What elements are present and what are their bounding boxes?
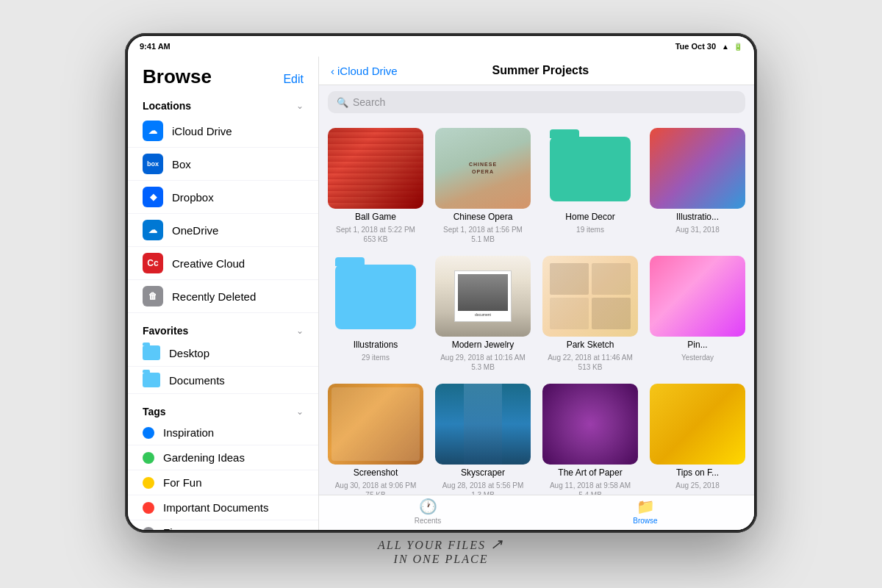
file-item-pink[interactable]: Pin... Yesterday — [650, 256, 745, 372]
illustration-partial-meta: Aug 31, 2018 — [675, 225, 720, 234]
modern-jewelry-meta: Aug 29, 2018 at 10:16 AM5.3 MB — [440, 353, 526, 372]
sidebar-title: Browse — [143, 65, 212, 88]
tablet-screen: 9:41 AM Tue Oct 30 ▲ 🔋 Browse Edit Locat… — [128, 36, 754, 530]
tab-recents[interactable]: 🕐 Recents — [319, 498, 537, 525]
sidebar-item-onedrive[interactable]: ☁ OneDrive — [128, 214, 318, 247]
edit-button[interactable]: Edit — [283, 73, 304, 86]
file-item-modern-jewelry[interactable]: document Modern Jewelry Aug 29, 2018 at … — [435, 256, 531, 372]
nav-bar: ‹ iCloud Drive Summer Projects — [319, 57, 754, 85]
recently-deleted-label: Recently Deleted — [172, 290, 256, 303]
inspiration-label: Inspiration — [163, 426, 214, 439]
important-documents-dot — [143, 502, 154, 514]
tags-title: Tags — [143, 406, 166, 417]
chinese-opera-meta: Sept 1, 2018 at 1:56 PM5.1 MB — [443, 225, 523, 244]
file-item-home-decor[interactable]: Home Decor 19 items — [542, 128, 638, 244]
search-bar[interactable]: 🔍 Search — [328, 91, 745, 113]
sidebar-item-box[interactable]: box Box — [128, 148, 318, 181]
screenshot-meta: Aug 30, 2018 at 9:06 PM75 KB — [335, 481, 417, 495]
status-date: Tue Oct 30 — [675, 42, 716, 51]
screenshot-name: Screenshot — [354, 467, 398, 478]
art-of-paper-thumb — [542, 384, 638, 465]
nav-title: Summer Projects — [406, 64, 675, 77]
dropbox-icon: ◆ — [143, 187, 163, 207]
status-time: 9:41 AM — [140, 42, 675, 51]
sidebar-item-finances[interactable]: Finances — [128, 520, 318, 530]
sidebar-item-desktop[interactable]: Desktop — [128, 340, 318, 367]
sidebar-item-dropbox[interactable]: ◆ Dropbox — [128, 181, 318, 214]
file-item-tips[interactable]: Tips on F... Aug 25, 2018 — [650, 384, 745, 495]
tab-bar: 🕐 Recents 📁 Browse — [319, 495, 754, 530]
file-item-illustrations[interactable]: Illustrations 29 items — [328, 256, 423, 372]
tips-name: Tips on F... — [676, 467, 719, 478]
sidebar-item-icloud-drive[interactable]: ☁ iCloud Drive — [128, 115, 318, 148]
file-item-art-of-paper[interactable]: The Art of Paper Aug 11, 2018 at 9:58 AM… — [542, 384, 638, 495]
file-item-screenshot[interactable]: Screenshot Aug 30, 2018 at 9:06 PM75 KB — [328, 384, 423, 495]
dropbox-label: Dropbox — [172, 191, 214, 204]
sidebar-item-inspiration[interactable]: Inspiration — [128, 420, 318, 445]
documents-label: Documents — [169, 374, 225, 387]
sidebar-item-documents[interactable]: Documents — [128, 367, 318, 394]
status-icons: ▲ 🔋 — [722, 43, 742, 51]
favorites-chevron: ⌄ — [296, 326, 304, 336]
tablet-device: 9:41 AM Tue Oct 30 ▲ 🔋 Browse Edit Locat… — [125, 33, 757, 533]
pink-meta: Yesterday — [681, 353, 714, 362]
for-fun-dot — [143, 477, 154, 489]
documents-folder-icon — [143, 373, 160, 387]
pink-thumb — [650, 256, 745, 337]
tab-browse[interactable]: 📁 Browse — [537, 498, 754, 525]
app-content: Browse Edit Locations ⌄ ☁ iCloud Drive — [128, 57, 754, 530]
caption-line2: IN ONE PLACE — [378, 553, 504, 566]
favorites-section-header: Favorites ⌄ — [128, 319, 318, 340]
caption: ALL YOUR FILES ↗ IN ONE PLACE — [378, 535, 504, 566]
search-placeholder: Search — [353, 96, 385, 108]
desktop-label: Desktop — [169, 347, 209, 359]
park-sketch-name: Park Sketch — [567, 340, 614, 350]
sidebar-item-creative-cloud[interactable]: Cc Creative Cloud — [128, 247, 318, 280]
file-item-park-sketch[interactable]: Park Sketch Aug 22, 2018 at 11:46 AM513 … — [542, 256, 638, 372]
box-label: Box — [172, 158, 191, 171]
back-button[interactable]: ‹ iCloud Drive — [331, 65, 398, 77]
park-sketch-meta: Aug 22, 2018 at 11:46 AM513 KB — [548, 353, 633, 372]
browse-label: Browse — [633, 517, 657, 525]
file-item-ball-game[interactable]: Ball Game Sept 1, 2018 at 5:22 PM653 KB — [328, 128, 423, 244]
ball-game-meta: Sept 1, 2018 at 5:22 PM653 KB — [336, 225, 415, 244]
back-label: iCloud Drive — [337, 65, 398, 77]
recently-deleted-icon: 🗑 — [143, 286, 163, 306]
art-of-paper-name: The Art of Paper — [558, 467, 622, 478]
status-bar: 9:41 AM Tue Oct 30 ▲ 🔋 — [128, 36, 754, 57]
files-grid: Ball Game Sept 1, 2018 at 5:22 PM653 KB … — [319, 119, 754, 495]
back-chevron-icon: ‹ — [331, 65, 334, 77]
home-decor-name: Home Decor — [565, 212, 614, 222]
ball-game-image — [328, 128, 423, 209]
sidebar-header: Browse Edit — [128, 57, 318, 94]
creative-cloud-icon: Cc — [143, 253, 163, 273]
tips-meta: Aug 25, 2018 — [675, 481, 720, 490]
gardening-ideas-dot — [143, 452, 154, 464]
modern-jewelry-thumb: document — [435, 256, 531, 337]
illustration-partial-thumb — [650, 128, 745, 209]
ball-game-name: Ball Game — [355, 212, 396, 222]
caption-line1: ALL YOUR FILES ↗ — [378, 535, 504, 553]
icloud-drive-label: iCloud Drive — [172, 125, 232, 137]
onedrive-icon: ☁ — [143, 220, 163, 240]
sidebar-item-recently-deleted[interactable]: 🗑 Recently Deleted — [128, 280, 318, 313]
sidebar-item-for-fun[interactable]: For Fun — [128, 470, 318, 495]
screenshot-thumb — [328, 384, 423, 465]
chinese-opera-name: Chinese Opera — [453, 212, 513, 222]
file-item-chinese-opera[interactable]: CHINESEOPERA Chinese Opera Sept 1, 2018 … — [435, 128, 531, 244]
onedrive-label: OneDrive — [172, 224, 218, 237]
recents-label: Recents — [415, 517, 442, 525]
creative-cloud-label: Creative Cloud — [172, 257, 245, 270]
sidebar-item-important-documents[interactable]: Important Documents — [128, 495, 318, 520]
park-sketch-thumb — [542, 256, 638, 337]
recents-icon: 🕐 — [419, 498, 437, 515]
illustrations-thumb — [328, 256, 423, 337]
tags-chevron: ⌄ — [296, 406, 304, 417]
locations-title: Locations — [143, 100, 191, 112]
modern-jewelry-image: document — [435, 256, 531, 337]
file-item-skyscraper[interactable]: Skyscraper Aug 28, 2018 at 5:56 PM1.3 MB — [435, 384, 531, 495]
pink-name: Pin... — [687, 340, 707, 350]
file-item-illustration-partial[interactable]: Illustratio... Aug 31, 2018 — [650, 128, 745, 244]
home-decor-thumb — [542, 128, 638, 209]
sidebar-item-gardening-ideas[interactable]: Gardening Ideas — [128, 445, 318, 470]
